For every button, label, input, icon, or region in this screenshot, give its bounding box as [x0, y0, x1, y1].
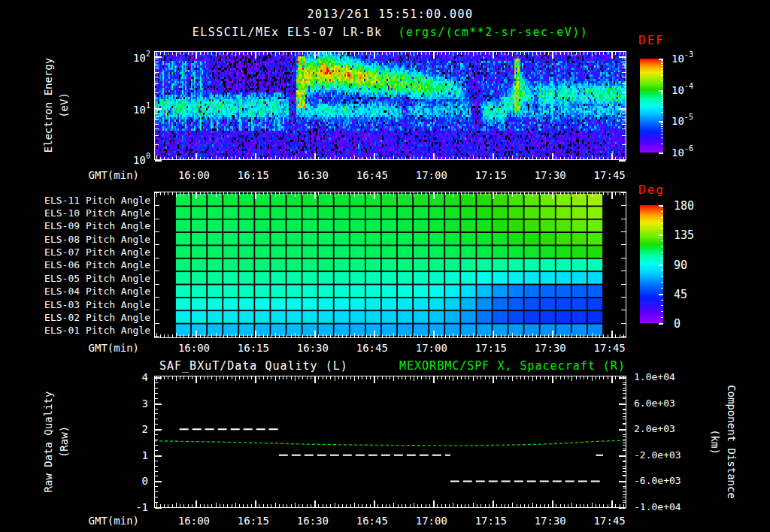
tick-mark — [468, 504, 469, 507]
tick-mark — [621, 323, 626, 324]
tick-mark — [622, 135, 626, 136]
tick-mark — [204, 192, 205, 195]
tick-mark — [227, 157, 228, 160]
tick-mark — [465, 157, 465, 160]
tick-mark — [192, 376, 192, 379]
tick-mark — [342, 52, 343, 55]
quality-y-axis-label: Raw Data Quality — [42, 391, 54, 493]
tick-mark — [564, 504, 565, 507]
tick-mark — [196, 331, 197, 337]
tick-mark — [661, 102, 663, 103]
tick-mark — [445, 376, 446, 379]
tick-mark — [473, 52, 474, 56]
tick-mark — [584, 376, 584, 379]
tick-mark — [608, 334, 608, 337]
tick-mark — [536, 192, 537, 195]
tick-mark — [623, 468, 626, 469]
tick-mark — [540, 192, 541, 195]
tick-mark — [155, 59, 159, 59]
tick-mark — [164, 157, 165, 160]
distance-y-axis-units: (km) — [709, 429, 721, 455]
tick-mark — [338, 504, 339, 507]
pitch-row-label: ELS-07 Pitch Angle — [38, 246, 150, 258]
tick-mark — [155, 92, 159, 93]
tick-mark — [453, 192, 453, 197]
tick-mark — [661, 282, 663, 283]
tick-mark — [622, 65, 626, 65]
tick-mark — [382, 52, 383, 55]
spectrogram-y-tick-label: 101 — [133, 102, 150, 116]
tick-mark — [390, 334, 390, 337]
tick-mark — [623, 466, 626, 467]
tick-mark — [623, 497, 626, 497]
tick-mark — [180, 334, 180, 337]
tick-mark — [421, 504, 422, 507]
tick-mark — [223, 334, 224, 337]
tick-mark — [621, 271, 626, 271]
tick-mark — [524, 157, 525, 160]
tick-mark — [155, 398, 158, 399]
tick-mark — [621, 205, 626, 206]
tick-mark — [374, 192, 375, 199]
tick-mark — [623, 398, 626, 399]
tick-mark — [528, 334, 529, 337]
tick-mark — [465, 334, 465, 337]
tick-mark — [393, 52, 394, 56]
tick-mark — [286, 192, 287, 195]
tick-mark — [263, 52, 264, 55]
tick-mark — [259, 157, 259, 160]
tick-mark — [603, 504, 604, 507]
tick-mark — [307, 334, 308, 337]
distance-y-tick-label: 6.0e+03 — [634, 397, 675, 409]
tick-mark — [623, 390, 626, 391]
tick-mark — [621, 284, 626, 285]
tick-mark — [362, 376, 362, 379]
tick-mark — [160, 192, 161, 195]
tick-mark — [480, 157, 481, 160]
tick-mark — [414, 503, 414, 507]
quality-y-tick-label: 2 — [142, 423, 148, 435]
tick-mark — [493, 153, 494, 160]
tick-mark — [564, 376, 565, 379]
tick-mark — [374, 331, 375, 337]
tick-mark — [661, 124, 663, 125]
instrument-title: ELSSCIL/MEx ELS-07 LR-Bk — [192, 26, 383, 39]
tick-mark — [621, 336, 626, 337]
tick-mark — [621, 258, 626, 258]
tick-mark — [477, 192, 477, 195]
tick-mark — [311, 504, 311, 507]
tick-mark — [477, 157, 477, 160]
tick-mark — [275, 192, 276, 197]
tick-mark — [168, 192, 168, 195]
tick-mark — [622, 72, 626, 73]
tick-mark — [155, 231, 159, 232]
distance-y-tick-label: -1.0e+04 — [634, 501, 681, 512]
tick-mark — [552, 192, 553, 199]
pitch-row-label: ELS-02 Pitch Angle — [38, 312, 150, 323]
tick-mark — [437, 504, 438, 507]
tick-mark — [402, 334, 402, 337]
tick-mark — [358, 504, 359, 507]
tick-mark — [603, 192, 604, 195]
tick-mark — [524, 192, 525, 195]
tick-mark — [433, 192, 435, 199]
tick-mark — [421, 376, 422, 379]
tick-mark — [155, 68, 159, 68]
tick-mark — [661, 258, 663, 259]
tick-mark — [271, 334, 271, 337]
tick-mark — [155, 486, 158, 487]
tick-mark — [489, 504, 490, 507]
tick-mark — [232, 334, 232, 337]
tick-mark — [247, 376, 248, 379]
tick-mark — [414, 192, 414, 197]
tick-mark — [661, 122, 663, 123]
tick-mark — [323, 157, 323, 160]
tick-mark — [291, 157, 292, 160]
tick-mark — [619, 108, 626, 110]
tick-mark — [155, 258, 159, 258]
tick-mark — [299, 334, 299, 337]
tick-mark — [410, 376, 411, 379]
tick-mark — [426, 376, 426, 379]
tick-mark — [239, 504, 240, 507]
tick-mark — [532, 376, 533, 381]
